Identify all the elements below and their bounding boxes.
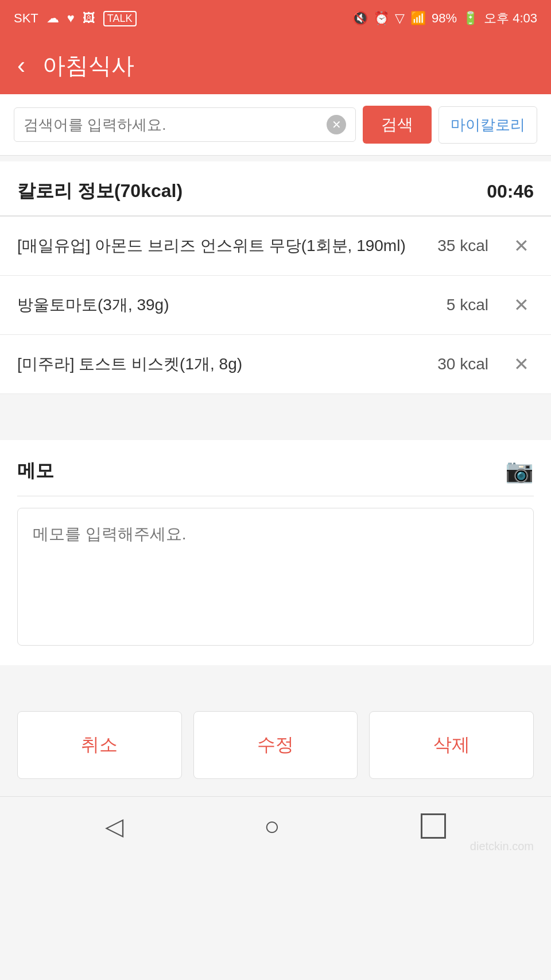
calorie-title: 칼로리 정보(70kcal) (17, 179, 183, 204)
home-nav-icon[interactable]: ○ (264, 811, 280, 842)
action-buttons: 취소 수정 삭제 (0, 700, 551, 796)
cancel-button[interactable]: 취소 (17, 711, 182, 779)
wifi-icon: ▽ (395, 11, 405, 26)
battery-icon: 🔋 (463, 11, 478, 26)
back-button[interactable]: ‹ (17, 53, 25, 78)
page-title: 아침식사 (42, 50, 134, 82)
heart-icon: ♥ (67, 11, 75, 26)
food-name: 방울토마토(3개, 39g) (17, 294, 437, 316)
food-kcal: 30 kcal (437, 355, 488, 373)
alarm-icon: ⏰ (374, 11, 389, 26)
food-item: 방울토마토(3개, 39g) 5 kcal ✕ (0, 276, 551, 335)
status-left: SKT ☁ ♥ 🖼 TALK (14, 11, 137, 26)
food-kcal: 35 kcal (437, 237, 488, 255)
watermark: dietckin.com (470, 840, 534, 853)
signal-icon: 📶 (410, 11, 426, 26)
food-name: [매일유업] 아몬드 브리즈 언스위트 무당(1회분, 190ml) (17, 234, 428, 257)
recent-apps-icon[interactable] (421, 813, 446, 839)
memo-textarea[interactable] (17, 508, 534, 646)
carrier-label: SKT (14, 11, 38, 26)
calorie-info-section: 칼로리 정보(70kcal) 00:46 (0, 161, 551, 217)
battery-label: 98% (432, 11, 457, 26)
calorie-time: 00:46 (487, 181, 534, 202)
status-bar: SKT ☁ ♥ 🖼 TALK 🔇 ⏰ ▽ 📶 98% 🔋 오후 4:03 (0, 0, 551, 37)
food-remove-button[interactable]: ✕ (509, 351, 534, 377)
food-name: [미주라] 토스트 비스켓(1개, 8g) (17, 353, 428, 375)
image-icon: 🖼 (83, 11, 95, 26)
search-bar: ✕ 검색 마이칼로리 (0, 94, 551, 156)
memo-header: 메모 📷 (17, 457, 534, 496)
section-spacer (0, 394, 551, 440)
memo-input-wrap (17, 496, 534, 665)
food-kcal: 5 kcal (447, 296, 488, 314)
food-remove-button[interactable]: ✕ (509, 292, 534, 318)
mute-icon: 🔇 (352, 11, 368, 26)
food-item: [매일유업] 아몬드 브리즈 언스위트 무당(1회분, 190ml) 35 kc… (0, 217, 551, 276)
search-input[interactable] (24, 116, 327, 134)
talk-icon: TALK (103, 11, 137, 26)
memo-section: 메모 📷 (0, 440, 551, 665)
time-label: 오후 4:03 (484, 10, 537, 27)
delete-button[interactable]: 삭제 (369, 711, 534, 779)
search-input-wrap: ✕ (14, 107, 356, 142)
my-calorie-button[interactable]: 마이칼로리 (439, 106, 537, 144)
food-list: [매일유업] 아몬드 브리즈 언스위트 무당(1회분, 190ml) 35 kc… (0, 217, 551, 394)
food-item: [미주라] 토스트 비스켓(1개, 8g) 30 kcal ✕ (0, 335, 551, 394)
header: ‹ 아침식사 (0, 37, 551, 94)
search-button[interactable]: 검색 (363, 106, 432, 144)
cloud-icon: ☁ (46, 11, 59, 26)
bottom-spacer (0, 665, 551, 700)
search-clear-button[interactable]: ✕ (327, 115, 346, 134)
back-nav-icon[interactable]: ◁ (105, 812, 123, 840)
status-right: 🔇 ⏰ ▽ 📶 98% 🔋 오후 4:03 (352, 10, 537, 27)
nav-bar: ◁ ○ dietckin.com (0, 796, 551, 859)
camera-icon[interactable]: 📷 (505, 457, 534, 484)
memo-label: 메모 (17, 458, 54, 484)
edit-button[interactable]: 수정 (193, 711, 358, 779)
food-remove-button[interactable]: ✕ (509, 233, 534, 259)
